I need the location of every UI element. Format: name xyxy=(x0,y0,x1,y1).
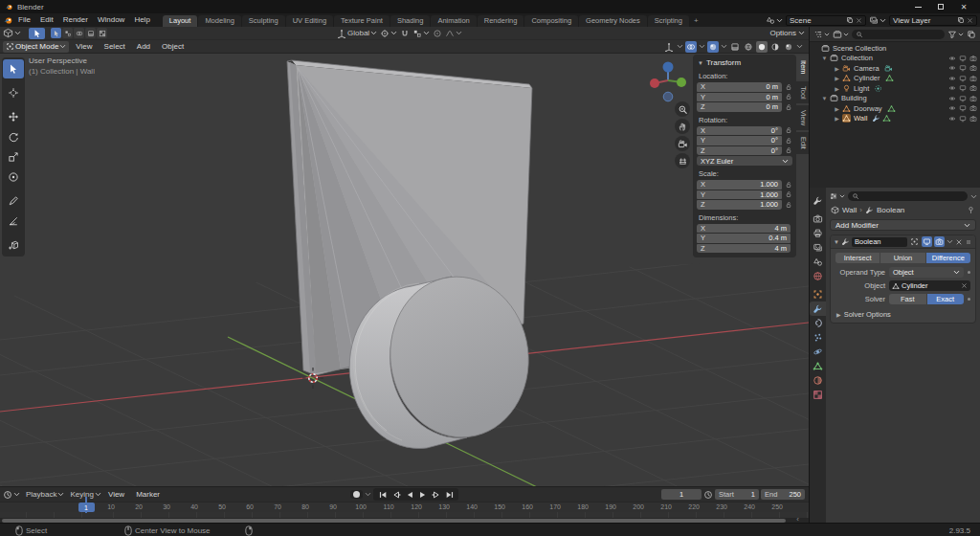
select-mode-intersect-button[interactable] xyxy=(97,28,107,38)
gizmo-minus-z-axis[interactable] xyxy=(663,92,673,101)
lock-icon[interactable] xyxy=(782,103,792,111)
disable-render-icon[interactable] xyxy=(969,115,977,123)
transform-panel-header[interactable]: ▼ Transform xyxy=(693,56,796,69)
tool-scale[interactable] xyxy=(3,147,24,167)
breadcrumb-object[interactable]: Wall xyxy=(842,206,857,214)
tool-cursor[interactable] xyxy=(3,83,24,102)
expander-icon[interactable]: ▶ xyxy=(834,85,840,92)
disable-viewport-icon[interactable] xyxy=(959,55,967,62)
camera-data-icon[interactable] xyxy=(884,64,893,73)
props-tab-tool[interactable] xyxy=(810,193,826,208)
perspective-toggle-button[interactable] xyxy=(675,153,690,168)
modifier-realtime-toggle[interactable] xyxy=(922,236,932,247)
outliner-display-mode-button[interactable] xyxy=(833,30,849,39)
sidebar-tab-tool[interactable]: Tool xyxy=(796,81,809,104)
outliner-row-building[interactable]: ▼ Building xyxy=(810,94,980,104)
properties-search-input[interactable] xyxy=(848,191,968,201)
props-tab-texture[interactable] xyxy=(810,388,826,402)
new-scene-icon[interactable] xyxy=(846,16,854,24)
workspace-tab-scripting[interactable]: Scripting xyxy=(648,15,689,27)
lock-icon[interactable] xyxy=(782,83,792,91)
pivot-point-dropdown[interactable] xyxy=(380,29,397,38)
shading-material-button[interactable] xyxy=(769,41,781,53)
play-button[interactable] xyxy=(416,489,429,500)
expander-icon[interactable]: ▼ xyxy=(821,56,828,61)
hide-eye-icon[interactable] xyxy=(948,84,956,92)
props-tab-modifiers[interactable] xyxy=(810,302,826,316)
breadcrumb-modifier[interactable]: Boolean xyxy=(877,206,904,214)
solver-fast-button[interactable]: Fast xyxy=(889,294,926,304)
select-mode-invert-button[interactable] xyxy=(85,28,96,38)
modifier-edit-mode-toggle[interactable] xyxy=(909,236,920,247)
frame-start-field[interactable]: Start1 xyxy=(715,489,759,500)
scale-x-field[interactable]: X1.000 xyxy=(697,180,782,190)
clear-object-icon[interactable] xyxy=(961,282,968,289)
editor-type-button[interactable] xyxy=(3,28,21,38)
view-layer-browse-button[interactable] xyxy=(869,15,886,25)
outliner-row-collection[interactable]: ▼ Collection xyxy=(810,54,980,64)
tool-measure[interactable] xyxy=(3,212,24,231)
viewport-menu-object[interactable]: Object xyxy=(157,42,189,51)
menu-render[interactable]: Render xyxy=(58,13,93,27)
mode-dropdown[interactable]: Object Mode xyxy=(3,41,69,53)
proportional-editing-toggle[interactable] xyxy=(433,29,442,38)
disable-viewport-icon[interactable] xyxy=(959,95,967,102)
new-view-layer-icon[interactable] xyxy=(957,16,965,24)
scene-name-field[interactable]: Scene xyxy=(786,15,866,26)
chevron-down-icon[interactable] xyxy=(947,238,953,245)
jump-to-start-button[interactable] xyxy=(376,489,389,500)
props-tab-view-layer[interactable] xyxy=(810,240,826,255)
disable-render-icon[interactable] xyxy=(969,84,977,92)
dimensions-x-field[interactable]: X4 m xyxy=(697,224,791,234)
expander-icon[interactable]: ▼ xyxy=(821,96,828,101)
menu-edit[interactable]: Edit xyxy=(35,13,58,27)
shading-rendered-button[interactable] xyxy=(783,41,794,53)
next-keyframe-button[interactable] xyxy=(430,489,442,500)
outliner-row-camera[interactable]: ▶ Camera xyxy=(810,63,980,74)
remove-view-layer-icon[interactable] xyxy=(967,17,973,24)
scale-z-field[interactable]: Z1.000 xyxy=(697,200,782,210)
mesh-data-icon[interactable] xyxy=(887,104,896,113)
workspace-tab-geometry-nodes[interactable]: Geometry Nodes xyxy=(579,15,647,27)
snap-settings-dropdown[interactable] xyxy=(412,29,430,38)
lock-icon[interactable] xyxy=(782,201,792,209)
mesh-data-icon[interactable] xyxy=(882,114,891,123)
prev-keyframe-button[interactable] xyxy=(390,489,402,500)
workspace-tab-compositing[interactable]: Compositing xyxy=(524,15,578,27)
chevron-down-icon[interactable] xyxy=(365,491,371,498)
play-reverse-button[interactable] xyxy=(403,489,415,500)
menu-help[interactable]: Help xyxy=(129,13,154,27)
props-tab-object[interactable] xyxy=(810,287,826,302)
frame-end-field[interactable]: End250 xyxy=(761,489,805,500)
disable-render-icon[interactable] xyxy=(969,75,977,82)
expander-icon[interactable]: ▶ xyxy=(834,115,840,122)
props-tab-output[interactable] xyxy=(810,226,826,240)
expander-icon[interactable]: ▶ xyxy=(834,75,840,81)
expander-icon[interactable]: ▶ xyxy=(834,105,840,112)
tool-transform[interactable] xyxy=(3,168,24,187)
scale-y-field[interactable]: Y1.000 xyxy=(697,190,782,200)
properties-editor-type-button[interactable] xyxy=(829,191,845,201)
show-overlays-toggle[interactable] xyxy=(685,41,697,53)
hide-eye-icon[interactable] xyxy=(948,95,956,102)
select-mode-subtract-button[interactable] xyxy=(74,28,84,38)
dimensions-z-field[interactable]: Z4 m xyxy=(697,244,791,254)
expander-icon[interactable]: ▶ xyxy=(834,65,840,72)
operand-object-field[interactable]: Cylinder xyxy=(889,280,970,291)
tool-box-select[interactable] xyxy=(3,59,24,78)
operation-intersect-button[interactable]: Intersect xyxy=(835,253,880,263)
lock-icon[interactable] xyxy=(782,181,792,189)
props-tab-object-data[interactable] xyxy=(810,359,826,373)
snap-toggle[interactable] xyxy=(400,29,410,38)
tool-annotate[interactable] xyxy=(3,191,24,211)
viewport-menu-view[interactable]: View xyxy=(71,42,97,51)
disable-render-icon[interactable] xyxy=(969,104,977,112)
operation-difference-button[interactable]: Difference xyxy=(926,253,970,263)
workspace-tab-rendering[interactable]: Rendering xyxy=(478,15,524,27)
pan-button[interactable] xyxy=(675,119,690,134)
mesh-data-icon[interactable] xyxy=(885,74,894,82)
rotation-z-field[interactable]: Z0° xyxy=(697,146,782,156)
solver-options-expander[interactable]: ▶ Solver Options xyxy=(831,307,975,323)
hide-eye-icon[interactable] xyxy=(948,104,956,112)
gizmo-x-axis[interactable] xyxy=(650,78,659,88)
